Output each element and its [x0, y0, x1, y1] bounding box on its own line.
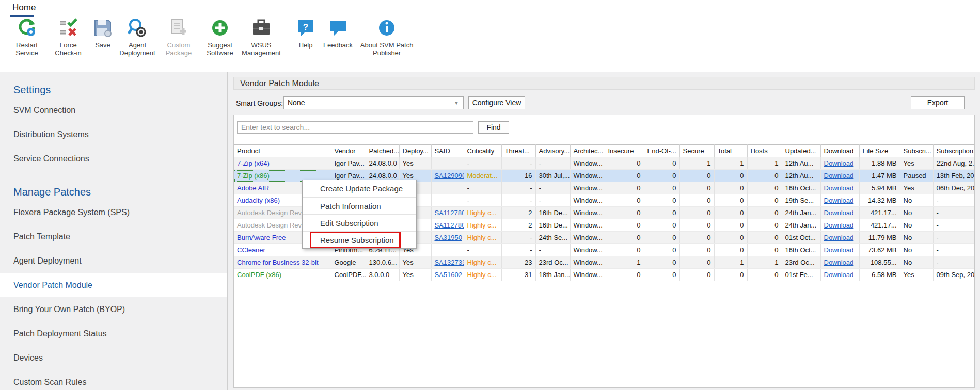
column-header-download[interactable]: Download [820, 145, 859, 157]
save-button[interactable]: Save [89, 18, 117, 49]
column-header-subscription[interactable]: Subscription... [933, 145, 975, 157]
product-link[interactable]: Audacity (x86) [237, 197, 280, 204]
table-cell: No [900, 194, 933, 207]
download-link[interactable]: Download [824, 172, 854, 180]
said-link[interactable]: SA31950 [435, 234, 463, 241]
column-header-total[interactable]: Total [714, 145, 747, 157]
download-link[interactable]: Download [824, 159, 854, 167]
product-link: Autodesk Design Revie [237, 221, 307, 229]
table-cell: Download [820, 269, 859, 281]
table-row-coolpdf-x86[interactable]: CoolPDF (x86)CoolPDF...3.0.0.0YesSA51602… [234, 269, 975, 281]
download-link[interactable]: Download [824, 197, 854, 204]
table-cell: 108.55... [859, 256, 900, 269]
table-cell: - [501, 157, 535, 170]
table-cell: 2 [501, 219, 535, 232]
said-link[interactable]: SA112780 [435, 209, 464, 217]
help-button[interactable]: ?Help [292, 18, 320, 49]
column-header-secure[interactable]: Secure [679, 145, 714, 157]
suggest-software-button[interactable]: Suggest Software [199, 18, 241, 57]
product-link[interactable]: BurnAware Free [237, 234, 286, 241]
context-menu-item-patch-information[interactable]: Patch Information [303, 197, 416, 214]
product-link[interactable]: 7-Zip (x64) [237, 159, 270, 167]
search-input[interactable] [237, 121, 473, 134]
table-cell: SA31950 [431, 232, 464, 244]
context-menu-item-resume-subscription[interactable]: Resume Subscription [303, 231, 416, 248]
product-link[interactable]: Chrome for Business 32-bit [237, 258, 319, 266]
said-link[interactable]: SA112780 [435, 221, 464, 229]
ribbon-button-label: Restart Service [10, 41, 44, 57]
download-link[interactable]: Download [824, 221, 854, 229]
download-link[interactable]: Download [824, 246, 854, 254]
custom-package-button[interactable]: Custom Package [158, 18, 199, 57]
product-link[interactable]: Adobe AIR [237, 184, 269, 192]
column-header-said[interactable]: SAID [431, 145, 464, 157]
wsus-management-button[interactable]: WSUS Management [241, 18, 282, 57]
smart-groups-select[interactable]: None ▼ [283, 96, 464, 109]
said-link[interactable]: SA51602 [435, 271, 463, 279]
column-header-file-size[interactable]: File Size [859, 145, 900, 157]
sidebar-item-bring-your-own-patch-byop[interactable]: Bring Your Own Patch (BYOP) [0, 297, 227, 321]
table-cell: Yes [399, 157, 431, 170]
product-link[interactable]: CoolPDF (x86) [237, 271, 281, 279]
column-header-product[interactable]: Product [234, 145, 331, 157]
column-header-hosts[interactable]: Hosts [747, 145, 782, 157]
column-header-end-of[interactable]: End-Of-... [644, 145, 679, 157]
sidebar-item-vendor-patch-module[interactable]: Vendor Patch Module [0, 273, 227, 297]
sidebar-item-agent-deployment[interactable]: Agent Deployment [0, 249, 227, 273]
column-header-insecure[interactable]: Insecure [605, 145, 644, 157]
context-menu-item-edit-subscription[interactable]: Edit Subscription [303, 214, 416, 231]
sidebar-item-patch-deployment-status[interactable]: Patch Deployment Status [0, 321, 227, 346]
sidebar-item-distribution-systems[interactable]: Distribution Systems [0, 122, 227, 147]
restart-service-icon [17, 18, 37, 41]
sidebar-item-svm-connection[interactable]: SVM Connection [0, 98, 227, 122]
table-cell: 16 [501, 170, 535, 182]
column-header-patched[interactable]: Patched... [366, 145, 399, 157]
ribbon-group-separator [422, 18, 422, 70]
sidebar-item-flexera-package-system-sps[interactable]: Flexera Package System (SPS) [0, 200, 227, 224]
table-cell: Window... [570, 232, 605, 244]
download-link[interactable]: Download [824, 234, 854, 241]
table-cell: 22nd Aug, 2... [933, 157, 975, 170]
column-header-updated[interactable]: Updated... [782, 145, 820, 157]
configure-view-button[interactable]: Configure View [468, 96, 525, 109]
sidebar-item-custom-scan-rules[interactable]: Custom Scan Rules [0, 370, 227, 390]
about-icon [376, 18, 397, 41]
said-link[interactable]: SA129090 [435, 172, 464, 180]
criticality-value: Highly c... [467, 271, 497, 279]
product-link[interactable]: CCleaner [237, 246, 265, 254]
download-link[interactable]: Download [824, 258, 854, 266]
tab-home[interactable]: Home [12, 3, 36, 13]
smart-groups-value: None [288, 99, 305, 107]
table-cell: Yes [900, 157, 933, 170]
wsus-management-icon [251, 18, 272, 41]
download-link[interactable]: Download [824, 271, 854, 279]
context-menu-item-create-update-package[interactable]: Create Update Package [303, 180, 416, 197]
sidebar-item-service-connections[interactable]: Service Connections [0, 147, 227, 171]
restart-service-button[interactable]: Restart Service [6, 18, 48, 57]
export-button[interactable]: Export [911, 96, 965, 109]
column-header-criticality[interactable]: Criticality [464, 145, 501, 157]
table-row-7-zip-x64[interactable]: 7-Zip (x64)Igor Pav...24.08.0.0Yes---Win… [234, 157, 975, 170]
column-header-threat[interactable]: Threat... [501, 145, 535, 157]
download-link[interactable]: Download [824, 209, 854, 217]
sidebar-item-patch-template[interactable]: Patch Template [0, 224, 227, 249]
table-cell [431, 244, 464, 256]
table-cell: - [501, 232, 535, 244]
table-cell: 0 [747, 182, 782, 194]
download-link[interactable]: Download [824, 184, 854, 192]
agent-deployment-button[interactable]: Agent Deployment [117, 18, 158, 57]
force-check-in-button[interactable]: Force Check-in [48, 18, 89, 57]
table-cell: Download [820, 232, 859, 244]
feedback-button[interactable]: Feedback [320, 18, 356, 49]
column-header-subscri[interactable]: Subscri... [900, 145, 933, 157]
column-header-advisory[interactable]: Advisory... [535, 145, 570, 157]
sidebar-item-devices[interactable]: Devices [0, 346, 227, 370]
find-button[interactable]: Find [478, 121, 509, 134]
column-header-deploy[interactable]: Deploy... [399, 145, 431, 157]
table-row-chrome-for-business-32-bit[interactable]: Chrome for Business 32-bitGoogle130.0.6.… [234, 256, 975, 269]
column-header-architec[interactable]: Architec... [570, 145, 605, 157]
column-header-vendor[interactable]: Vendor [331, 145, 366, 157]
about-svm-patch-publisher-button[interactable]: About SVM Patch Publisher [356, 18, 417, 57]
product-link[interactable]: 7-Zip (x86) [237, 172, 270, 180]
said-link[interactable]: SA132733 [435, 258, 464, 266]
